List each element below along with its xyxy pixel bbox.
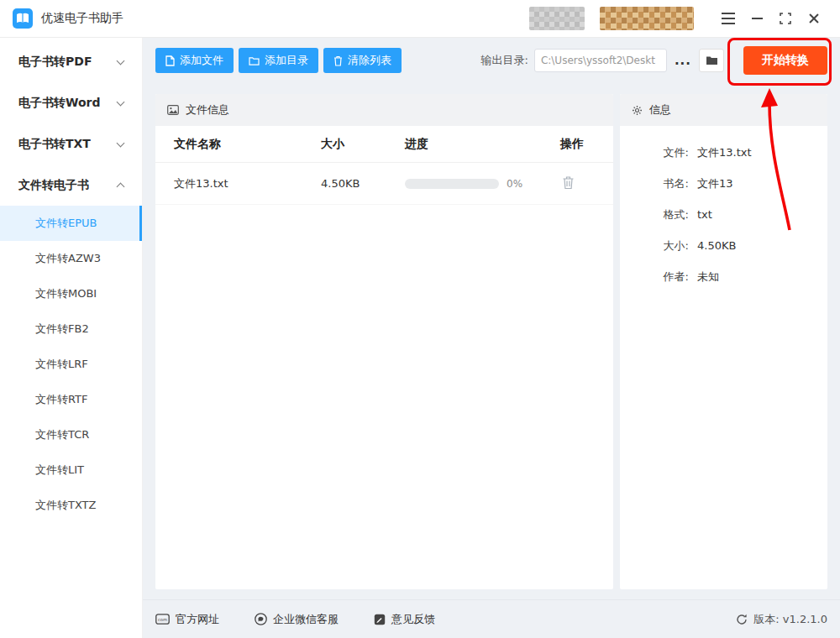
add-file-label: 添加文件 [180, 53, 223, 68]
menu-button[interactable] [714, 4, 743, 33]
progress-percent: 0% [507, 178, 522, 190]
info-header: 信息 [620, 94, 827, 126]
add-file-button[interactable]: 添加文件 [155, 48, 234, 73]
clear-list-button[interactable]: 清除列表 [323, 48, 402, 73]
folder-icon [706, 55, 718, 65]
browse-more-button[interactable]: ... [673, 53, 693, 68]
sidebar-item-label: 文件转EPUB [35, 216, 97, 231]
sidebar-item-file-to-lrf[interactable]: 文件转LRF [0, 347, 142, 382]
sidebar-group-ebook-to-pdf[interactable]: 电子书转PDF [0, 41, 142, 82]
trash-icon [333, 55, 343, 66]
sidebar-item-label: 文件转TXTZ [35, 498, 96, 513]
cell-size: 4.50KB [321, 177, 405, 190]
wechat-service-label: 企业微信客服 [273, 612, 339, 627]
start-convert-button[interactable]: 开始转换 [743, 46, 827, 75]
sidebar-group-label: 电子书转TXT [18, 137, 91, 152]
sidebar-group-label: 电子书转PDF [18, 55, 92, 70]
info-row-author: 作者: 未知 [635, 269, 812, 285]
open-folder-button[interactable] [699, 49, 724, 72]
hamburger-icon [722, 13, 735, 24]
minimize-button[interactable] [743, 4, 771, 33]
sidebar-item-label: 文件转LIT [35, 463, 84, 478]
maximize-button[interactable] [771, 4, 800, 33]
close-button[interactable] [800, 4, 828, 33]
delete-row-button[interactable] [560, 174, 576, 194]
info-value: txt [697, 207, 712, 223]
info-value: 未知 [697, 269, 719, 285]
version-area: 版本: v1.2.1.0 [736, 612, 827, 627]
file-info-title: 文件信息 [186, 102, 229, 118]
col-header-size: 大小 [321, 137, 405, 152]
info-row-bookname: 书名: 文件13 [635, 175, 812, 192]
cell-progress: 0% [405, 178, 560, 190]
sidebar-group-ebook-to-word[interactable]: 电子书转Word [0, 82, 142, 123]
chat-circle-icon [255, 613, 267, 625]
output-path-input[interactable] [534, 49, 667, 72]
col-header-filename: 文件名称 [174, 137, 321, 152]
chevron-down-icon [117, 56, 125, 65]
output-group: 输出目录: ... 开始转换 [481, 46, 828, 75]
feedback-link[interactable]: 意见反馈 [374, 612, 435, 627]
close-icon [808, 13, 820, 24]
sidebar-item-file-to-epub[interactable]: 文件转EPUB [0, 206, 142, 241]
add-folder-button[interactable]: 添加目录 [239, 48, 318, 73]
cell-filename: 文件13.txt [174, 176, 321, 191]
sidebar-item-file-to-rtf[interactable]: 文件转RTF [0, 382, 142, 417]
sidebar-item-label: 文件转TCR [35, 427, 89, 442]
sidebar-item-file-to-fb2[interactable]: 文件转FB2 [0, 311, 142, 347]
version-label: 版本: v1.2.1.0 [753, 612, 827, 627]
feedback-icon [374, 614, 386, 625]
sidebar-item-label: 文件转AZW3 [35, 251, 101, 266]
toolbar: 添加文件 添加目录 清除列表 输出目录: ... 开始转换 [155, 46, 827, 75]
info-label: 作者: [635, 269, 689, 285]
info-label: 大小: [635, 238, 689, 254]
sidebar-item-file-to-mobi[interactable]: 文件转MOBI [0, 276, 142, 311]
sidebar: 电子书转PDF 电子书转Word 电子书转TXT 文件转电子书 文件转EPUB … [0, 38, 143, 638]
refresh-icon[interactable] [736, 614, 748, 625]
table-row: 文件13.txt 4.50KB 0% [155, 163, 613, 205]
trash-icon [562, 175, 575, 190]
official-site-label: 官方网址 [176, 612, 219, 627]
sidebar-item-label: 文件转RTF [35, 392, 88, 407]
file-icon [165, 55, 175, 66]
chevron-up-icon [117, 183, 125, 191]
col-header-progress: 进度 [405, 137, 560, 152]
info-value: 4.50KB [697, 238, 736, 254]
minimize-icon [752, 18, 763, 19]
sidebar-item-label: 文件转MOBI [35, 286, 97, 301]
wechat-service-link[interactable]: 企业微信客服 [255, 612, 339, 627]
info-value: 文件13 [697, 175, 733, 192]
main-area: 添加文件 添加目录 清除列表 输出目录: ... 开始转换 [143, 38, 840, 638]
file-info-panel: 文件信息 文件名称 大小 进度 操作 文件13.txt 4.50KB 0% [155, 94, 613, 589]
info-row-size: 大小: 4.50KB [635, 238, 812, 254]
gear-icon [632, 105, 643, 116]
folder-icon [249, 56, 260, 65]
official-site-link[interactable]: com 官方网址 [155, 612, 219, 627]
chevron-down-icon [117, 139, 125, 147]
sidebar-item-file-to-lit[interactable]: 文件转LIT [0, 452, 142, 488]
sidebar-item-file-to-tcr[interactable]: 文件转TCR [0, 417, 142, 452]
info-row-file: 文件: 文件13.txt [635, 144, 812, 161]
info-body: 文件: 文件13.txt 书名: 文件13 格式: txt 大小: 4.50KB… [620, 126, 827, 285]
add-folder-label: 添加目录 [265, 53, 308, 68]
sidebar-group-ebook-to-txt[interactable]: 电子书转TXT [0, 123, 142, 165]
progress-bar [405, 179, 499, 189]
sidebar-group-file-to-ebook[interactable]: 文件转电子书 [0, 165, 142, 206]
info-label: 书名: [635, 175, 689, 192]
window-title: 优速电子书助手 [41, 11, 123, 26]
info-title: 信息 [649, 102, 671, 118]
redacted-info-block-2 [600, 7, 694, 30]
title-bar: 优速电子书助手 [0, 0, 840, 38]
cell-action [560, 174, 595, 194]
com-badge-icon: com [155, 614, 170, 625]
info-row-format: 格式: txt [635, 207, 812, 223]
clear-list-label: 清除列表 [348, 53, 391, 68]
output-dir-label: 输出目录: [481, 53, 528, 68]
redacted-info-block-1 [529, 7, 585, 30]
svg-text:com: com [158, 617, 167, 622]
info-label: 格式: [635, 207, 689, 223]
fullscreen-icon [780, 13, 791, 24]
feedback-label: 意见反馈 [391, 612, 435, 627]
sidebar-item-file-to-azw3[interactable]: 文件转AZW3 [0, 241, 142, 276]
sidebar-item-file-to-txtz[interactable]: 文件转TXTZ [0, 488, 142, 523]
